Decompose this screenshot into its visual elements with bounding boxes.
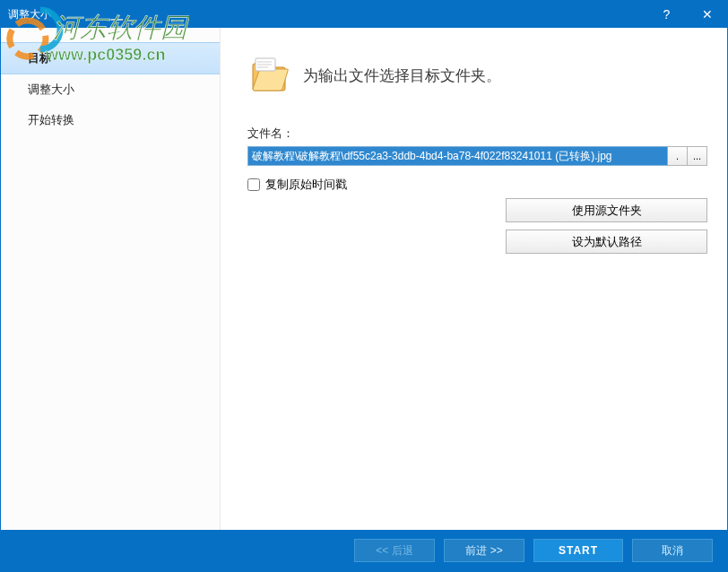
path-dot-button[interactable]: . (668, 146, 688, 166)
copy-timestamp-row[interactable]: 复制原始时间戳 (247, 177, 707, 193)
window-controls: ? ✕ (646, 1, 727, 28)
folder-icon (247, 53, 290, 99)
close-button[interactable]: ✕ (687, 1, 727, 28)
filename-input[interactable] (247, 146, 668, 166)
content-panel: 为输出文件选择目标文件夹。 文件名： . ... 复制原始时间戳 使用源文件夹 … (221, 28, 727, 530)
copy-timestamp-checkbox[interactable] (247, 178, 260, 191)
page-heading: 为输出文件选择目标文件夹。 (303, 65, 501, 86)
browse-button[interactable]: ... (688, 146, 707, 166)
set-default-path-button[interactable]: 设为默认路径 (506, 230, 707, 254)
sidebar-item-label: 开始转换 (28, 113, 74, 126)
footer: << 后退 前进 >> START 取消 (1, 530, 727, 571)
start-button[interactable]: START (533, 539, 623, 562)
heading-row: 为输出文件选择目标文件夹。 (247, 53, 707, 99)
help-button[interactable]: ? (646, 1, 687, 28)
filename-label: 文件名： (247, 126, 707, 142)
copy-timestamp-label: 复制原始时间戳 (265, 177, 347, 193)
back-button[interactable]: << 后退 (354, 539, 435, 562)
cancel-button[interactable]: 取消 (632, 539, 713, 562)
sidebar-item-convert[interactable]: 开始转换 (1, 105, 220, 135)
sidebar-item-label: 目标 (28, 51, 51, 65)
path-row: . ... (247, 146, 707, 166)
sidebar: 目标 调整大小 开始转换 (1, 28, 221, 530)
main-area: 目标 调整大小 开始转换 为输出文件选择目标文件夹。 文件名： . (1, 28, 727, 530)
window-title: 调整大小 (8, 7, 51, 22)
use-source-folder-button[interactable]: 使用源文件夹 (506, 198, 707, 222)
sidebar-item-target[interactable]: 目标 (1, 42, 220, 74)
sidebar-item-label: 调整大小 (28, 82, 74, 96)
next-button[interactable]: 前进 >> (444, 539, 524, 562)
sidebar-item-resize[interactable]: 调整大小 (1, 74, 220, 105)
titlebar: 调整大小 ? ✕ (1, 1, 727, 28)
